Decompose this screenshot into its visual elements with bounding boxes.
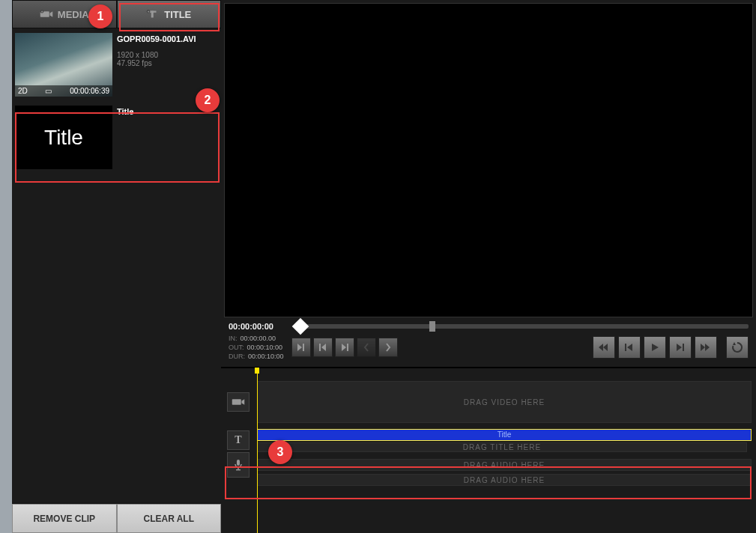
svg-rect-5 (151, 11, 154, 18)
asset-list: 2D ▭ 00:00:06:39 GOPR0059-0001.AVI 1920 … (12, 28, 221, 503)
asset-thumb: Title (15, 106, 112, 169)
step-back-button[interactable] (618, 336, 641, 359)
svg-marker-19 (677, 344, 682, 351)
svg-text:+: + (148, 10, 150, 13)
svg-marker-25 (242, 399, 245, 405)
callout-badge-2: 2 (196, 88, 220, 112)
text-plus-icon: + (146, 9, 160, 19)
audio-lane-2[interactable]: DRAG AUDIO HERE (257, 474, 752, 486)
svg-marker-21 (701, 344, 705, 351)
svg-marker-18 (652, 344, 659, 351)
step-fwd-button[interactable] (669, 336, 692, 359)
video-lane[interactable]: DRAG VIDEO HERE (257, 381, 752, 423)
sidebar-buttons: REMOVE CLIP CLEAR ALL (12, 503, 221, 533)
tab-title-label: TITLE (164, 9, 191, 20)
asset-title-clip[interactable]: Title Title (13, 104, 220, 171)
svg-marker-12 (342, 344, 346, 351)
asset-thumb: 2D ▭ 00:00:06:39 (15, 33, 112, 97)
svg-marker-15 (599, 344, 603, 351)
camera-icon (227, 392, 250, 412)
play-button[interactable] (644, 336, 666, 359)
svg-rect-20 (683, 344, 684, 351)
tab-title[interactable]: + TITLE (117, 0, 222, 28)
preview-controls: 00:00:00:00 IN:00:00:00.00 OUT:00:00:10:… (221, 317, 756, 367)
scrub-out-marker[interactable] (429, 321, 435, 332)
svg-rect-26 (237, 460, 240, 466)
preview-timecode: 00:00:00:00 (229, 322, 288, 331)
text-icon: T (227, 430, 250, 450)
thumb-stereo-icon: ▭ (45, 87, 52, 95)
timeline-title-clip[interactable]: Title (257, 429, 752, 441)
app-root: + MEDIA + TITLE 2D ▭ 00:00:06:39 (0, 0, 756, 533)
mic-icon (227, 452, 250, 478)
svg-marker-22 (705, 344, 710, 351)
svg-marker-1 (49, 11, 52, 17)
svg-marker-14 (603, 344, 608, 351)
svg-rect-16 (625, 344, 626, 351)
transport-controls (593, 336, 749, 359)
title-lane[interactable]: DRAG TITLE HERE (257, 442, 747, 452)
svg-rect-24 (232, 399, 241, 405)
timeline: DRAG VIDEO HERE T Title DRAG TITLE HERE … (221, 367, 756, 533)
goto-in-button[interactable] (313, 338, 333, 357)
asset-filename: GOPR0059-0001.AVI (117, 34, 196, 43)
svg-rect-27 (238, 467, 238, 469)
svg-rect-28 (236, 469, 241, 470)
asset-resolution: 1920 x 1080 (117, 51, 196, 59)
in-out-dur-readout: IN:00:00:00.00 OUT:00:00:10:00 DUR:00:00… (229, 334, 284, 361)
thumb-mode-badge: 2D (18, 87, 28, 95)
mark-prev-button[interactable] (357, 338, 376, 357)
mark-in-button[interactable] (291, 338, 311, 357)
preview-monitor (224, 3, 753, 317)
timeline-playhead[interactable] (257, 368, 258, 533)
remove-clip-button[interactable]: REMOVE CLIP (12, 504, 117, 533)
scrub-playhead[interactable] (292, 318, 309, 335)
callout-badge-1: 1 (88, 4, 112, 28)
svg-rect-13 (347, 344, 348, 351)
tab-media-label: MEDIA (58, 9, 89, 20)
thumb-timecode: 00:00:06:39 (70, 87, 109, 95)
clear-all-button[interactable]: CLEAR ALL (117, 504, 222, 533)
asset-title-label: Title (117, 107, 133, 116)
track-audio-2: DRAG AUDIO HERE (221, 473, 756, 487)
scrub-track[interactable] (294, 324, 749, 329)
track-video: DRAG VIDEO HERE (221, 381, 756, 423)
asset-fps: 47.952 fps (117, 59, 196, 67)
main: 00:00:00:00 IN:00:00:00.00 OUT:00:00:10:… (221, 0, 756, 533)
mark-next-button[interactable] (378, 338, 398, 357)
svg-marker-17 (627, 344, 632, 351)
asset-video-clip[interactable]: 2D ▭ 00:00:06:39 GOPR0059-0001.AVI 1920 … (13, 31, 220, 98)
svg-rect-10 (319, 344, 321, 351)
fast-fwd-button[interactable] (695, 336, 717, 359)
camera-plus-icon: + (40, 9, 53, 19)
track-title: T Title DRAG TITLE HERE (221, 425, 756, 455)
svg-marker-8 (297, 344, 302, 351)
callout-badge-3: 3 (268, 440, 292, 464)
rewind-button[interactable] (593, 336, 615, 359)
svg-text:+: + (40, 10, 43, 13)
audio-lane-1[interactable]: DRAG AUDIO HERE (257, 459, 752, 471)
sidebar: + MEDIA + TITLE 2D ▭ 00:00:06:39 (0, 0, 221, 533)
svg-marker-23 (733, 342, 736, 345)
title-thumb-text: Title (44, 126, 83, 150)
goto-out-button[interactable] (335, 338, 354, 357)
loop-button[interactable] (726, 336, 749, 359)
svg-marker-11 (321, 344, 326, 351)
track-audio-1: DRAG AUDIO HERE (221, 457, 756, 472)
svg-rect-9 (303, 344, 304, 351)
asset-tabs: + MEDIA + TITLE (12, 0, 221, 28)
